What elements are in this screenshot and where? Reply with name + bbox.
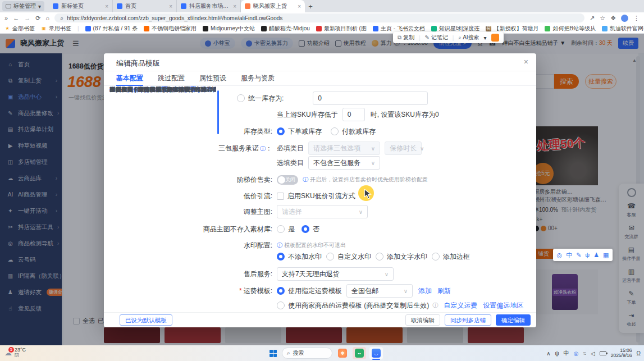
- bookmark-item[interactable]: 荷 【新授权】荷塘月: [486, 25, 538, 33]
- note-button[interactable]: ✎ 记笔记: [425, 34, 448, 42]
- tab-close-icon[interactable]: ×: [233, 3, 236, 10]
- browser-address-bar: » ← → ⟳ ⌂ ⌕ https://xfdyorder.zzbtool.co…: [0, 12, 644, 24]
- wifi-icon[interactable]: ≈: [583, 350, 586, 357]
- bookmark-item[interactable]: Midjourney中文站: [203, 25, 255, 33]
- battery-icon[interactable]: [600, 351, 606, 355]
- alert-badge: 5: [8, 347, 14, 353]
- watermark-options-row: 不添加水印 自定义水印 添加文字水印 添加边框: [182, 250, 529, 263]
- browser-menu-icon[interactable]: ⋮: [633, 15, 640, 22]
- bookmark-item[interactable]: 醋酸稻壳-Midjou: [261, 25, 310, 33]
- watermark-text-radio[interactable]: [376, 253, 383, 261]
- browser-tab[interactable]: 抖店服务市场-应用中心 ×: [177, 0, 241, 12]
- bookmark-item[interactable]: 知识星球|深度连: [431, 25, 480, 33]
- modal-header: 编辑商品模版 ×: [104, 53, 536, 71]
- reload-icon[interactable]: ⟳: [35, 15, 40, 22]
- home-icon[interactable]: ⌂: [45, 15, 49, 21]
- forward-icon[interactable]: →: [24, 15, 30, 21]
- translate-icon[interactable]: ◎: [557, 251, 563, 259]
- bookmark-item[interactable]: 不锈钢电饼铛家用: [144, 25, 197, 33]
- contacts-icon[interactable]: ♟: [593, 251, 599, 259]
- volume-icon[interactable]: ◁: [591, 350, 595, 357]
- modal-tab[interactable]: 跳过配置: [158, 71, 185, 86]
- sync-stores-button[interactable]: 同步到多店铺: [445, 314, 491, 326]
- mic-icon[interactable]: ψ: [555, 350, 559, 357]
- info-icon: ⓘ: [277, 241, 282, 249]
- default-template-button[interactable]: 已设为默认模板: [120, 314, 172, 326]
- browser-profile-avatar[interactable]: [621, 15, 628, 22]
- watermark-none-radio[interactable]: [277, 253, 285, 261]
- ai-search-button[interactable]: ⌕ AI搜索: [458, 34, 479, 42]
- tab-close-icon[interactable]: ×: [105, 3, 108, 10]
- three-pack-required-select[interactable]: 请选择三包选项∨: [308, 141, 380, 155]
- bookmark-item[interactable]: 如何把B站等级从: [545, 25, 596, 33]
- copy-button[interactable]: ⧉ 复制: [398, 34, 414, 42]
- main-image-no-radio[interactable]: [302, 225, 309, 233]
- after-sale-select[interactable]: 支持7天无理由退货∨: [277, 267, 394, 281]
- apps-grid-icon[interactable]: ▦: [603, 251, 609, 259]
- bookmark-item[interactable]: 凯迪软件官网-商: [602, 25, 644, 33]
- unified-stock-input[interactable]: 0: [313, 92, 428, 105]
- confirm-button[interactable]: 确定编辑: [496, 314, 531, 326]
- menu-row[interactable]: 3:4主图 | 授权复制配置 | 自动清理素材库: [109, 86, 216, 94]
- chevron-down-icon: ∨: [359, 209, 363, 215]
- unified-stock-radio[interactable]: [237, 94, 245, 102]
- start-button[interactable]: [270, 350, 277, 357]
- tiered-price-toggle[interactable]: 关闭: [277, 175, 298, 185]
- stock-type-order-radio[interactable]: [277, 127, 285, 135]
- taskbar-search[interactable]: ⌕ 搜索: [282, 348, 332, 359]
- tab-close-icon[interactable]: ×: [169, 3, 172, 10]
- mic-icon[interactable]: ψ: [585, 251, 590, 259]
- stock-type-payment-radio[interactable]: [331, 127, 339, 135]
- freight-template-select[interactable]: 全国包邮∨: [346, 284, 413, 298]
- freight-specified-radio[interactable]: [277, 287, 285, 295]
- freight-refresh-link[interactable]: 刷新: [437, 286, 451, 296]
- freight-merchant-radio[interactable]: [277, 301, 285, 309]
- url-input[interactable]: ⌕ https://xfdyorder.zzbtool.com/zzb_supe…: [54, 13, 584, 22]
- notification-bell-icon[interactable]: Ω: [637, 350, 641, 357]
- share-icon[interactable]: ↗: [590, 15, 595, 22]
- bookmark-star-icon[interactable]: ☆: [600, 15, 605, 22]
- remote-area-link[interactable]: 设置偏远地区: [483, 301, 523, 310]
- tab-group-chip[interactable]: 标签管理 ▾: [2, 1, 44, 11]
- bookmark-item[interactable]: 最新项目剖析 (图: [316, 25, 367, 33]
- taskbar-app-wechat[interactable]: ••: [353, 347, 366, 359]
- adjust-main-image-select[interactable]: 请选择∨: [277, 205, 368, 218]
- chevron-down-icon[interactable]: ▾: [484, 35, 487, 41]
- clock[interactable]: 15:06 2025/9/16: [611, 348, 632, 358]
- bookmark-item[interactable]: (87 封私信 / 91 条: [85, 25, 138, 33]
- watermark-border-radio[interactable]: [432, 253, 440, 261]
- new-tab-button[interactable]: +: [305, 2, 316, 11]
- pen-icon[interactable]: ✎: [576, 251, 581, 259]
- modal-tab[interactable]: 服务与资质: [241, 71, 275, 86]
- cancel-button[interactable]: 取消编辑: [405, 314, 440, 326]
- freight-add-link[interactable]: 添加: [418, 286, 432, 296]
- warranty-duration-select[interactable]: 保修时长∨: [385, 141, 422, 155]
- overflow-icon[interactable]: »: [4, 15, 8, 21]
- tray-expand-icon[interactable]: ∧: [546, 350, 550, 357]
- three-pack-optional-select[interactable]: 不包含三包服务∨: [308, 156, 380, 170]
- bookmark-frequent[interactable]: ▣ 常用书签: [41, 25, 71, 33]
- modal-tab[interactable]: 属性预设: [199, 71, 226, 86]
- taskbar-app-browser-assistant[interactable]: ✽: [336, 347, 349, 359]
- browser-tab[interactable]: 新标签页 ×: [49, 0, 113, 12]
- modal-tab[interactable]: 基本配置: [116, 71, 143, 86]
- bookmark-item[interactable]: 主页 - 飞书云文档: [373, 25, 425, 33]
- extensions-icon[interactable]: ❖: [610, 15, 616, 22]
- low-price-checkbox[interactable]: [277, 193, 284, 200]
- ime-chinese-icon[interactable]: 中: [566, 251, 572, 259]
- browser-tab[interactable]: 晓风搬家上货 ×: [241, 0, 305, 12]
- app-tray-icon[interactable]: ◎: [574, 350, 579, 357]
- watermark-custom-radio[interactable]: [326, 253, 334, 261]
- low-stock-input[interactable]: 0: [342, 108, 365, 121]
- bookmark-all[interactable]: ★ 全部书签: [4, 25, 35, 33]
- close-icon[interactable]: ×: [524, 57, 528, 66]
- main-image-yes-radio[interactable]: [277, 225, 285, 233]
- tab-close-icon[interactable]: ×: [298, 3, 301, 10]
- browser-tab[interactable]: 首页 ×: [113, 0, 177, 12]
- weather-widget[interactable]: ☁5 23°C 阴: [4, 347, 26, 358]
- taskbar-app-browser[interactable]: ◡: [369, 347, 383, 359]
- custom-freight-link[interactable]: 自定义运费: [444, 301, 477, 310]
- pen-icon: ✎: [425, 34, 430, 40]
- back-icon[interactable]: ←: [13, 15, 19, 21]
- ime-indicator[interactable]: 中: [564, 349, 569, 357]
